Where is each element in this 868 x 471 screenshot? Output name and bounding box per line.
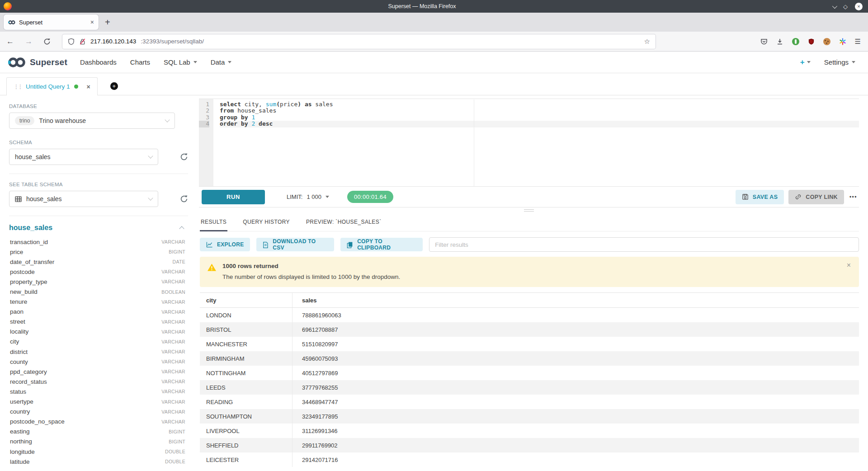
- pocket-icon[interactable]: [760, 38, 768, 45]
- query-tab[interactable]: ⋮⋮ Untitled Query 1 ×: [6, 77, 98, 95]
- column-name: record_status: [10, 378, 47, 385]
- column-row[interactable]: record_status VARCHAR: [9, 377, 188, 386]
- column-name: district: [10, 349, 28, 355]
- close-window-icon[interactable]: ×: [855, 3, 863, 10]
- column-header-city[interactable]: city: [200, 293, 292, 307]
- alert-close-icon[interactable]: ×: [847, 262, 851, 269]
- new-tab-button[interactable]: +: [105, 17, 110, 28]
- column-row[interactable]: transaction_id VARCHAR: [9, 237, 188, 247]
- add-new-button[interactable]: +: [800, 58, 811, 67]
- column-row[interactable]: city VARCHAR: [9, 337, 188, 347]
- column-row[interactable]: status VARCHAR: [9, 386, 188, 396]
- column-row[interactable]: property_type VARCHAR: [9, 277, 188, 287]
- minimize-icon[interactable]: [832, 2, 836, 10]
- column-type: VARCHAR: [161, 279, 188, 284]
- cookie-addon-icon[interactable]: [823, 38, 830, 45]
- limit-dropdown[interactable]: LIMIT: 1 000: [287, 193, 329, 200]
- column-row[interactable]: county VARCHAR: [9, 357, 188, 367]
- table-row[interactable]: READING 34468947747: [200, 395, 859, 409]
- table-row[interactable]: LONDON 788861960063: [200, 308, 859, 322]
- column-row[interactable]: price BIGINT: [9, 247, 188, 257]
- reload-icon[interactable]: [43, 38, 51, 45]
- table-row[interactable]: LIVERPOOL 31126991346: [200, 424, 859, 438]
- privacy-addon-icon[interactable]: [792, 38, 799, 45]
- query-tab-close-icon[interactable]: ×: [87, 83, 90, 90]
- nav-sql-lab[interactable]: SQL Lab: [164, 58, 197, 66]
- superset-brand[interactable]: Superset: [7, 57, 67, 68]
- filter-results-input[interactable]: [429, 237, 859, 252]
- column-row[interactable]: usertype VARCHAR: [9, 397, 188, 407]
- settings-menu[interactable]: Settings: [824, 58, 855, 66]
- column-type: DOUBLE: [165, 459, 188, 464]
- table-row[interactable]: LEEDS 37779768255: [200, 380, 859, 395]
- table-row[interactable]: BIRMINGHAM 45960075093: [200, 351, 859, 366]
- browser-tabstrip: Superset × +: [0, 13, 868, 32]
- menu-hamburger-icon[interactable]: ☰: [855, 38, 861, 46]
- nav-data[interactable]: Data: [211, 58, 232, 66]
- copy-link-button[interactable]: COPY LINK: [788, 190, 844, 204]
- tab-results[interactable]: RESULTS: [200, 213, 227, 231]
- code-lines: select city, sum(price) as salesfrom hou…: [213, 99, 859, 186]
- table-schema-title[interactable]: house_sales: [9, 224, 52, 232]
- download-csv-button[interactable]: DOWNLOAD TO CSV: [256, 238, 334, 251]
- column-row[interactable]: ppd_category VARCHAR: [9, 367, 188, 377]
- more-actions-button[interactable]: •••: [849, 194, 857, 200]
- table-row[interactable]: SOUTHAMPTON 32349177895: [200, 409, 859, 424]
- column-row[interactable]: northing BIGINT: [9, 437, 188, 447]
- refresh-table-icon[interactable]: [180, 195, 188, 203]
- query-tab-title: Untitled Query 1: [26, 83, 70, 90]
- nav-dashboards[interactable]: Dashboards: [80, 58, 117, 66]
- column-row[interactable]: tenure VARCHAR: [9, 297, 188, 307]
- sql-editor[interactable]: 1234 select city, sum(price) as salesfro…: [199, 99, 859, 186]
- forward-icon[interactable]: →: [25, 37, 33, 46]
- pane-resize-handle[interactable]: [199, 207, 859, 213]
- column-row[interactable]: postcode_no_space VARCHAR: [9, 417, 188, 427]
- column-row[interactable]: postcode VARCHAR: [9, 267, 188, 277]
- bookmark-star-icon[interactable]: ☆: [644, 38, 650, 46]
- refresh-schema-icon[interactable]: [180, 153, 188, 161]
- maximize-icon[interactable]: ◇: [843, 3, 848, 10]
- collapse-chevron-icon[interactable]: [179, 226, 184, 231]
- database-select[interactable]: trino Trino warehouse: [9, 113, 175, 129]
- column-row[interactable]: district VARCHAR: [9, 347, 188, 357]
- table-row[interactable]: SHEFFIELD 29911769902: [200, 438, 859, 452]
- column-header-sales[interactable]: sales: [292, 293, 859, 307]
- column-row[interactable]: paon VARCHAR: [9, 307, 188, 317]
- tab-close-icon[interactable]: ×: [90, 19, 94, 26]
- column-row[interactable]: new_build BOOLEAN: [9, 287, 188, 297]
- table-select[interactable]: house_sales: [9, 191, 158, 207]
- containers-addon-icon[interactable]: [839, 38, 846, 45]
- copy-clipboard-button[interactable]: COPY TO CLIPBOARD: [340, 238, 423, 251]
- editor-toolbar: RUN LIMIT: 1 000 00:00:01.64 SAVE AS: [199, 186, 859, 207]
- drag-handle-icon[interactable]: ⋮⋮: [14, 84, 22, 90]
- table-row[interactable]: NOTTINGHAM 40512797869: [200, 366, 859, 380]
- table-row[interactable]: MANCHESTER 51510820997: [200, 337, 859, 351]
- window-titlebar: Superset — Mozilla Firefox ◇ ×: [0, 0, 868, 13]
- tab-preview[interactable]: PREVIEW: `HOUSE_SALES`: [305, 213, 382, 231]
- column-row[interactable]: date_of_transfer DATE: [9, 257, 188, 267]
- browser-tab[interactable]: Superset ×: [4, 14, 99, 30]
- column-row[interactable]: longitude DOUBLE: [9, 447, 188, 457]
- save-as-button[interactable]: SAVE AS: [736, 190, 784, 204]
- nav-charts[interactable]: Charts: [130, 58, 150, 66]
- column-row[interactable]: locality VARCHAR: [9, 327, 188, 337]
- explore-button[interactable]: EXPLORE: [200, 238, 250, 251]
- back-icon[interactable]: ←: [6, 37, 14, 46]
- column-row[interactable]: latitude DOUBLE: [9, 457, 188, 466]
- schema-select[interactable]: house_sales: [9, 149, 158, 165]
- table-row[interactable]: BRISTOL 69612708887: [200, 322, 859, 337]
- column-type: VARCHAR: [161, 299, 188, 305]
- ublock-icon[interactable]: [808, 38, 815, 45]
- link-icon: [795, 193, 802, 200]
- column-row[interactable]: country VARCHAR: [9, 407, 188, 417]
- tab-query-history[interactable]: QUERY HISTORY: [242, 213, 291, 231]
- add-query-tab-button[interactable]: +: [110, 82, 118, 90]
- table-row[interactable]: LEICESTER 29142071716: [200, 452, 859, 467]
- shield-icon[interactable]: [68, 38, 75, 45]
- insecure-lock-icon[interactable]: [79, 38, 86, 45]
- downloads-icon[interactable]: [776, 38, 783, 45]
- column-row[interactable]: street VARCHAR: [9, 317, 188, 327]
- url-bar[interactable]: 217.160.120.143 :32393/superset/sqllab/ …: [62, 34, 656, 49]
- run-button[interactable]: RUN: [202, 190, 265, 204]
- column-row[interactable]: easting BIGINT: [9, 427, 188, 437]
